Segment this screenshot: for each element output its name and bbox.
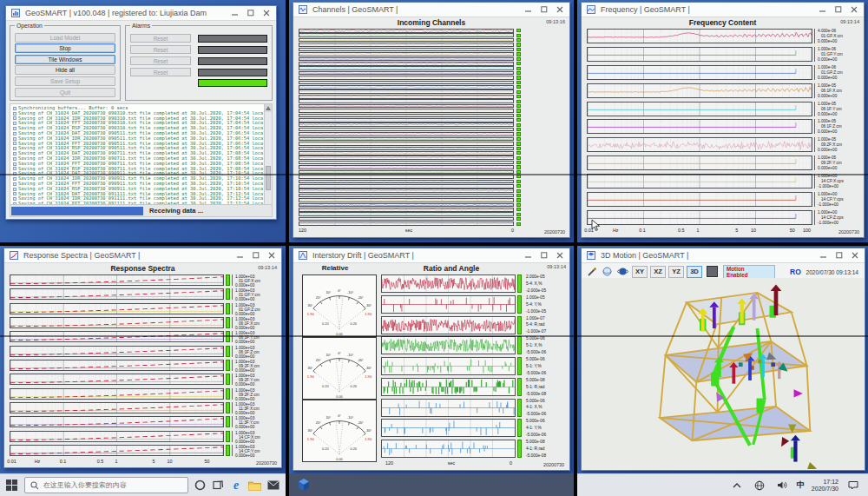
svg-text:0.00: 0.00 — [336, 457, 343, 461]
drift-row: 5.000e-064-1: X,%-5.000e-06 — [381, 399, 565, 417]
mail-icon[interactable] — [267, 478, 279, 493]
network-icon[interactable] — [752, 478, 767, 493]
status-led — [516, 76, 521, 79]
minimize-button[interactable] — [522, 4, 536, 16]
view-xy-button[interactable]: XY — [632, 266, 648, 278]
drift-row-list: 2.000e-055-4: X,%-2.000e-051.000e-055-4:… — [381, 274, 565, 458]
ime-indicator[interactable]: 中 — [797, 479, 805, 491]
app-cube-icon[interactable] — [296, 477, 312, 493]
probe-tool-icon[interactable] — [585, 265, 598, 278]
view-yz-button[interactable]: YZ — [668, 266, 684, 278]
svg-text:20°: 20° — [316, 358, 321, 362]
status-led-bar — [517, 295, 522, 314]
min-value: -2.000e-05 — [526, 288, 565, 293]
rotate-3d-icon[interactable] — [616, 265, 629, 278]
maximize-button[interactable] — [249, 250, 263, 261]
operation-button-save-setup[interactable]: Save Setup — [15, 76, 115, 86]
operation-button-hide-all[interactable]: Hide all — [15, 65, 115, 75]
close-button[interactable] — [265, 250, 279, 261]
file-explorer-icon[interactable] — [248, 478, 261, 493]
view-xz-button[interactable]: XZ — [650, 266, 666, 278]
maximize-button[interactable] — [832, 4, 845, 16]
volume-icon[interactable] — [774, 478, 790, 493]
edge-icon[interactable]: e — [230, 478, 242, 493]
channel-label: 5.000e-085-1: R,rad-5.000e-08 — [523, 378, 565, 396]
maximize-button[interactable] — [537, 4, 551, 16]
channel-strip — [299, 142, 514, 146]
status-led — [516, 217, 521, 221]
scroll-up-arrow[interactable] — [265, 104, 272, 112]
channel-strip — [299, 57, 514, 62]
video-wall: GeoSMART | v100.048 | registered to: Liu… — [0, 0, 868, 496]
maximize-button[interactable] — [244, 8, 258, 19]
axis-left: 120 — [385, 460, 393, 467]
alarm-reset-button[interactable]: Reset — [130, 45, 191, 54]
minimize-button[interactable] — [816, 4, 830, 16]
taskbar-search[interactable] — [24, 477, 188, 493]
time-axis: 120 sec 0 — [385, 460, 512, 467]
minimize-button[interactable] — [817, 250, 831, 261]
scroll-thumb[interactable] — [266, 166, 271, 190]
channel-row — [299, 71, 521, 76]
status-led — [516, 184, 521, 188]
titlebar-spectra[interactable]: Response Spectra | GeoSMART | — [4, 248, 281, 263]
svg-text:0.00: 0.00 — [336, 332, 343, 336]
spectra-strip — [10, 360, 224, 371]
channel-row — [299, 99, 521, 103]
window-title: 3D Motion | GeoSMART | — [601, 251, 813, 260]
tray-chevron-icon[interactable] — [729, 478, 745, 493]
titlebar-main[interactable]: GeoSMART | v100.048 | registered to: Liu… — [6, 6, 276, 21]
minimize-button[interactable] — [228, 8, 242, 19]
tray-clock[interactable]: 17:12 2020/7/30 — [812, 479, 838, 493]
titlebar-drift[interactable]: Interstory Drift | GeoSMART | — [293, 248, 569, 263]
message-log[interactable]: Synchronizing buffers... Buffer: 0 secsS… — [10, 103, 273, 205]
view-3d-button[interactable]: 3D — [687, 266, 702, 278]
task-view-icon[interactable] — [213, 478, 225, 493]
status-bar: Receiving data ... — [10, 204, 273, 217]
cortana-icon[interactable] — [194, 478, 207, 493]
channel-label: 1.000e-0506:1F:X:cm0.000e+00 — [814, 83, 859, 98]
frequency-row: 4.000e-0601:GF:X:cm0.000e+00 — [587, 29, 859, 43]
titlebar-motion[interactable]: 3D Motion | GeoSMART | — [582, 248, 865, 263]
close-button[interactable] — [553, 4, 567, 16]
channel-row — [299, 151, 521, 155]
min-value: 0.000e+00 — [235, 425, 277, 429]
alarm-reset-button[interactable]: Reset — [130, 56, 191, 65]
operation-button-load-model[interactable]: Load Model — [15, 33, 115, 43]
alarm-reset-button[interactable]: Reset — [130, 34, 191, 43]
orbit-tool-icon[interactable] — [601, 265, 614, 278]
motion-window: 3D Motion | GeoSMART | XY XZ YZ 3D Motio… — [581, 248, 865, 471]
channel-label: 1.000e-0601:GF:Z:cm0.000e+00 — [814, 65, 859, 80]
minimize-button[interactable] — [522, 250, 536, 261]
titlebar-channels[interactable]: Channels | GeoSMART | — [293, 3, 569, 17]
channel-name: 5-1: Y,% — [526, 364, 565, 368]
alarm-reset-button[interactable]: Reset — [130, 68, 191, 76]
svg-text:1.90: 1.90 — [307, 374, 315, 379]
maximize-button[interactable] — [537, 250, 551, 261]
background-swatch[interactable] — [707, 266, 718, 277]
log-scrollbar[interactable] — [264, 104, 272, 204]
operation-button-quit[interactable]: Quit — [15, 88, 115, 97]
channel-row — [299, 62, 521, 66]
notification-icon[interactable] — [845, 478, 861, 493]
search-input[interactable] — [43, 481, 182, 489]
max-value: 1.000e-05 — [818, 155, 859, 160]
3d-viewport[interactable] — [582, 278, 864, 469]
maximize-button[interactable] — [832, 250, 846, 261]
operation-button-tile-windows[interactable]: Tile Windows — [15, 55, 115, 64]
titlebar-frequency[interactable]: Frequency | GeoSMART | — [582, 3, 864, 17]
close-button[interactable] — [847, 4, 861, 16]
close-button[interactable] — [260, 8, 273, 19]
operation-button-stop[interactable]: Stop — [15, 43, 115, 53]
status-led — [516, 156, 521, 160]
svg-text:1.90: 1.90 — [365, 374, 372, 379]
channel-name: 4-1: X,% — [526, 405, 565, 409]
app-icon — [584, 249, 597, 262]
minimize-button[interactable] — [233, 250, 247, 261]
start-button[interactable] — [6, 478, 18, 493]
close-button[interactable] — [848, 250, 862, 261]
close-button[interactable] — [553, 250, 567, 261]
svg-text:10°: 10° — [326, 290, 331, 294]
frequency-row: 1.000e-0509:2F:X:cm0.000e+00 — [587, 137, 859, 152]
channel-row — [299, 48, 521, 52]
